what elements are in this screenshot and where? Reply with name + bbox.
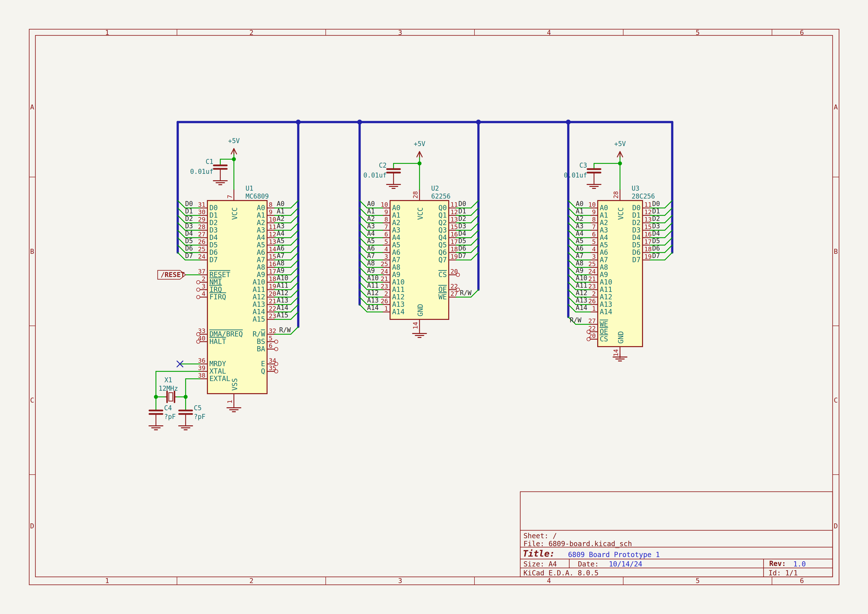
pin-number: 11: [644, 201, 652, 208]
pin-name: D1: [209, 211, 218, 219]
frame-col-label: 3: [398, 29, 402, 36]
pin-number: 22: [588, 325, 596, 332]
net-label: D1: [652, 208, 660, 215]
net-label: A12: [576, 289, 587, 296]
pin-name: A5: [392, 241, 400, 249]
pin-number: 25: [588, 260, 596, 268]
bus-junction: [296, 119, 301, 124]
bus-junction: [566, 119, 571, 124]
net-label: D2: [652, 215, 660, 222]
titleblock-size: Size: A4: [524, 561, 557, 568]
pin-name: D1: [632, 211, 640, 219]
frame-col-label: 2: [250, 29, 253, 36]
net-label: D4: [652, 230, 660, 237]
capacitor-value: 0.01uf: [363, 172, 387, 179]
pin-name: A1: [257, 211, 265, 219]
pin-name: DMA/BREQ: [209, 330, 243, 338]
net-label: D0: [458, 200, 466, 208]
pin-number: 3: [202, 283, 205, 290]
pin-name: A2: [257, 219, 265, 227]
pin-number: 6: [384, 231, 388, 238]
frame-row-label: A: [834, 103, 838, 111]
pin-name: A7: [257, 256, 265, 264]
pin-number: 23: [269, 312, 276, 319]
bus-junction: [357, 119, 362, 124]
net-label: D2: [458, 215, 466, 222]
capacitor-refdes: C5: [194, 404, 202, 412]
net-label: A0: [367, 200, 375, 208]
net-label: A0: [576, 200, 583, 208]
net-label: A3: [367, 222, 375, 230]
wire-junction: [184, 395, 188, 399]
pin-name: A14: [392, 308, 405, 316]
pin-number: 26: [588, 298, 596, 305]
pin-number: 40: [198, 335, 205, 342]
pin-name: A12: [392, 293, 405, 301]
pin-name: A14: [253, 308, 265, 316]
pin-number: 2: [592, 290, 596, 297]
pin-number: 8: [269, 201, 273, 208]
pin-number: 10: [588, 201, 596, 208]
pin-number: 3: [384, 253, 388, 260]
pin-name: A13: [392, 300, 405, 309]
pin-name: FIRQ: [209, 293, 226, 301]
pin-number: 16: [644, 231, 652, 238]
pin-number: 37: [198, 268, 205, 275]
pin-name: Q2: [438, 219, 447, 227]
net-label: A3: [576, 222, 583, 230]
pin-number: 4: [592, 246, 596, 253]
net-label: A3: [277, 222, 284, 230]
unconnected-pin-circle: [197, 295, 200, 299]
pin-name: A6: [257, 248, 265, 256]
pin-name: A10: [600, 278, 612, 286]
pin-number: 21: [269, 298, 276, 305]
pin-name: A11: [600, 285, 612, 294]
pin-name: A12: [253, 293, 265, 301]
pin-name: A4: [257, 234, 265, 242]
net-label: D7: [652, 252, 660, 259]
frame-col-label: 6: [800, 29, 804, 36]
pin-number: 23: [588, 283, 596, 290]
pin-name: Q0: [438, 204, 447, 212]
net-label: A10: [576, 274, 587, 282]
ic-value: 62256: [431, 192, 451, 200]
pin-name: R/W: [253, 330, 265, 338]
pin-name: A3: [392, 226, 400, 234]
net-label: A6: [576, 245, 583, 252]
titleblock-file: File: 6809-board.kicad_sch: [524, 540, 632, 548]
pin-name: A11: [253, 285, 265, 294]
pin-name: D6: [632, 248, 640, 256]
net-label: A5: [367, 237, 375, 245]
net-label: A2: [367, 215, 375, 222]
net-label: D0: [185, 200, 193, 208]
pin-number: 12: [644, 208, 652, 216]
pin-number: 21: [381, 275, 388, 282]
unconnected-pin-circle: [274, 340, 278, 343]
pin-number: 17: [269, 268, 276, 275]
bus-entry: [178, 253, 185, 260]
pin-number: 5: [384, 238, 388, 245]
pin-number: 16: [451, 231, 458, 238]
net-label: R/W: [460, 289, 471, 296]
pin-name: Q5: [438, 241, 447, 249]
pin-name: A2: [600, 219, 608, 227]
pin-number: 13: [644, 216, 652, 223]
net-label: A8: [367, 259, 375, 267]
bus-entry: [291, 327, 298, 334]
pin-number: 5: [592, 238, 596, 245]
pin-number: 13: [269, 238, 276, 245]
pin-number: 28: [412, 191, 419, 198]
pin-number: 24: [588, 268, 596, 275]
net-label: A2: [277, 215, 284, 222]
pin-number: 12: [451, 208, 458, 216]
net-label: A7: [367, 252, 375, 259]
pin-name: A5: [600, 241, 608, 249]
pin-name: A9: [392, 271, 400, 279]
net-label: D1: [185, 208, 193, 215]
pin-number: 16: [269, 260, 276, 268]
pin-number: 26: [198, 238, 205, 245]
pin-name: D7: [632, 256, 640, 264]
net-label: D6: [458, 245, 466, 252]
pin-number: 19: [451, 253, 458, 260]
capacitor-refdes: C2: [379, 162, 387, 169]
